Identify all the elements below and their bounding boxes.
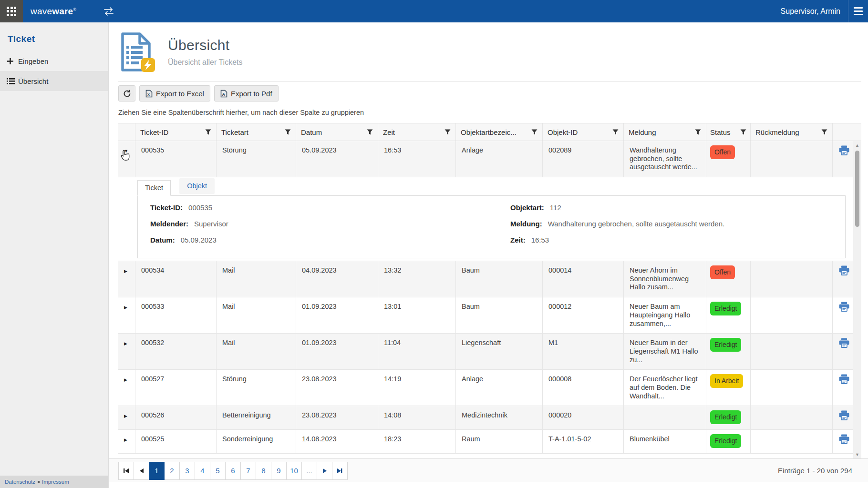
- print-icon: [838, 338, 850, 348]
- expand-row-button[interactable]: ▶: [118, 370, 135, 406]
- filter-icon[interactable]: [531, 129, 537, 135]
- scrollbar-thumb[interactable]: [855, 151, 859, 227]
- print-row-button[interactable]: [833, 261, 853, 297]
- page-button-2[interactable]: 2: [164, 462, 180, 480]
- page-button-4[interactable]: 4: [195, 462, 210, 480]
- expand-row-button[interactable]: ▶: [118, 297, 135, 333]
- cell-zeit: 13:01: [378, 297, 456, 333]
- export-excel-button[interactable]: x Export to Excel: [139, 85, 210, 102]
- detail-field-meldung: Meldung:Wandhalterung gebrochen, sollte …: [510, 220, 724, 228]
- column-header-datum[interactable]: Datum: [296, 123, 378, 141]
- scroll-down-arrow-icon[interactable]: ▼: [853, 450, 861, 458]
- expand-row-button[interactable]: ▶: [118, 430, 135, 453]
- page-button-1[interactable]: 1: [149, 462, 165, 480]
- cell-status: Offen: [706, 261, 751, 297]
- sidebar-module-title: Ticket: [0, 22, 108, 51]
- page-button-10[interactable]: 10: [286, 462, 302, 480]
- column-header-ticket-id[interactable]: Ticket-ID: [135, 123, 217, 141]
- first-page-button[interactable]: [118, 462, 134, 480]
- column-header-ticketart[interactable]: Ticketart: [217, 123, 296, 141]
- previous-page-button[interactable]: [134, 462, 149, 480]
- page-button-3[interactable]: 3: [179, 462, 195, 480]
- page-button-5[interactable]: 5: [210, 462, 226, 480]
- column-header-rueckmeldung[interactable]: Rückmeldung: [751, 123, 833, 141]
- collapse-row-button[interactable]: ▼: [118, 141, 135, 177]
- app-modules-button[interactable]: [0, 0, 23, 22]
- cell-rueckmeldung: [751, 261, 833, 297]
- cell-ticketart: Bettenreinigung: [217, 406, 296, 429]
- app-window: waveware® Supervisor, Armin Ticket Einge…: [0, 0, 868, 488]
- tab-ticket[interactable]: Ticket: [137, 180, 171, 196]
- cell-status: Erledigt: [706, 430, 751, 453]
- table-row: ▶000534Mail04.09.202313:32Baum000014Neue…: [118, 261, 853, 297]
- cell-meldung: [624, 406, 706, 429]
- cell-objekt-id: 000014: [543, 261, 624, 297]
- filter-icon[interactable]: [821, 129, 827, 135]
- top-bar: waveware® Supervisor, Armin: [0, 0, 868, 22]
- sidebar-item-uebersicht[interactable]: Übersicht: [0, 71, 108, 91]
- filter-icon[interactable]: [612, 129, 619, 135]
- filter-icon[interactable]: [205, 129, 211, 135]
- filter-icon[interactable]: [367, 129, 373, 135]
- filter-icon[interactable]: [695, 129, 701, 135]
- export-pdf-button[interactable]: A Export to Pdf: [214, 85, 279, 102]
- print-icon: [838, 410, 850, 420]
- print-row-button[interactable]: [833, 430, 853, 453]
- print-row-button[interactable]: [833, 334, 853, 369]
- page-button-7[interactable]: 7: [240, 462, 256, 480]
- print-row-button[interactable]: [833, 141, 853, 177]
- cell-ticket-id: 000534: [135, 261, 217, 297]
- swap-arrows-button[interactable]: [103, 7, 114, 16]
- sidebar-item-label: Eingeben: [18, 57, 48, 65]
- cell-ticketart: Mail: [217, 261, 296, 297]
- cell-meldung: Wandhalterung gebrochen, sollte ausgetau…: [624, 141, 706, 177]
- cell-datum: 14.08.2023: [296, 430, 378, 453]
- cell-objektart: Raum: [456, 430, 543, 453]
- menu-button[interactable]: [848, 0, 868, 22]
- page-button-9[interactable]: 9: [271, 462, 287, 480]
- column-header-objektart[interactable]: Objektartbezeic...: [456, 123, 543, 141]
- filter-icon[interactable]: [444, 129, 451, 135]
- print-row-button[interactable]: [833, 370, 853, 406]
- column-header-objekt-id[interactable]: Objekt-ID: [543, 123, 624, 141]
- svg-text:A: A: [222, 92, 225, 97]
- page-button-6[interactable]: 6: [225, 462, 241, 480]
- sidebar-item-eingeben[interactable]: Eingeben: [0, 51, 108, 71]
- column-header-meldung[interactable]: Meldung: [624, 123, 706, 141]
- grid-body: ▼000535Störung05.09.202316:53Anlage00208…: [118, 141, 853, 458]
- caret-right-icon: ▶: [124, 377, 127, 382]
- next-page-button[interactable]: [317, 462, 332, 480]
- grid-icon: [7, 7, 16, 16]
- cell-status: Offen: [706, 141, 751, 177]
- refresh-button[interactable]: [118, 85, 135, 102]
- hamburger-icon: [854, 7, 863, 9]
- cell-objekt-id: 000008: [543, 370, 624, 406]
- tab-objekt[interactable]: Objekt: [179, 178, 215, 194]
- expand-row-button[interactable]: ▶: [118, 406, 135, 429]
- page-subtitle: Übersicht aller Tickets: [168, 58, 243, 67]
- cell-status: In Arbeit: [706, 370, 751, 406]
- table-row: ▼000535Störung05.09.202316:53Anlage00208…: [118, 141, 853, 177]
- swap-arrows-icon: [103, 7, 114, 16]
- page-button-8[interactable]: 8: [256, 462, 271, 480]
- filter-icon[interactable]: [285, 129, 291, 135]
- expand-row-button[interactable]: ▶: [118, 334, 135, 369]
- print-row-button[interactable]: [833, 406, 853, 429]
- column-header-zeit[interactable]: Zeit: [378, 123, 456, 141]
- cell-objekt-id: 000020: [543, 406, 624, 429]
- expand-row-button[interactable]: ▶: [118, 261, 135, 297]
- print-row-button[interactable]: [833, 297, 853, 333]
- impressum-link[interactable]: Impressum: [42, 479, 69, 485]
- column-header-status[interactable]: Status: [706, 123, 751, 141]
- filter-icon[interactable]: [740, 129, 746, 135]
- scroll-up-arrow-icon[interactable]: ▲: [853, 141, 861, 149]
- cell-datum: 01.09.2023: [296, 334, 378, 369]
- detail-field-objektart: Objektart:112: [510, 203, 724, 212]
- status-badge: Erledigt: [710, 434, 741, 448]
- cell-rueckmeldung: [751, 334, 833, 369]
- vertical-scrollbar[interactable]: ▲ ▼: [853, 141, 861, 458]
- logged-in-user[interactable]: Supervisor, Armin: [781, 7, 840, 16]
- last-page-button[interactable]: [332, 462, 348, 480]
- datenschutz-link[interactable]: Datenschutz: [5, 479, 35, 485]
- print-icon: [838, 434, 850, 444]
